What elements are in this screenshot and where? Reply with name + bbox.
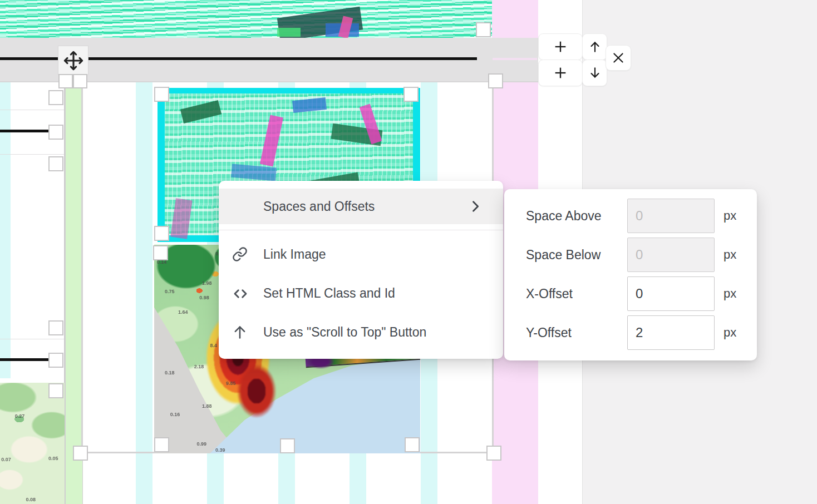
resize-handle[interactable] <box>48 90 63 105</box>
map-value-label: 0.39 <box>215 447 225 453</box>
resize-handle[interactable] <box>154 437 169 452</box>
context-menu: Spaces and Offsets Link Image Set HTML C… <box>219 181 503 359</box>
field-row-space-below: Space Below px <box>504 238 757 272</box>
y-offset-input[interactable] <box>627 315 715 350</box>
resize-handle[interactable] <box>48 383 63 398</box>
resize-handle[interactable] <box>58 74 73 88</box>
cyan-column-guide <box>136 81 152 504</box>
map-value-label: 9.85 <box>226 381 236 386</box>
plus-icon <box>553 39 568 55</box>
map-value-label: 8.4 <box>210 343 217 348</box>
menu-item-set-html-class[interactable]: Set HTML Class and Id <box>219 275 503 312</box>
map-value-label: 0.18 <box>165 370 175 375</box>
resize-handle[interactable] <box>476 22 491 37</box>
menu-item-link-image[interactable]: Link Image <box>219 236 503 273</box>
divider-line[interactable] <box>0 358 49 361</box>
map-value-label: 1.98 <box>202 280 212 286</box>
resize-handle[interactable] <box>153 245 168 260</box>
element-boundary-line <box>0 110 64 110</box>
map-value-label: 0.98 <box>199 295 209 300</box>
resize-handle[interactable] <box>486 446 501 461</box>
resize-handle[interactable] <box>488 73 503 88</box>
close-icon <box>611 51 626 65</box>
resize-handle[interactable] <box>48 125 63 140</box>
move-up-button[interactable] <box>583 34 607 60</box>
insert-above-button[interactable] <box>539 34 582 60</box>
move-down-button[interactable] <box>583 60 607 86</box>
element-boundary-line <box>0 154 64 155</box>
resize-handle[interactable] <box>154 226 169 241</box>
arrow-down-icon <box>588 66 602 80</box>
unit-label: px <box>724 248 736 262</box>
space-above-label: Space Above <box>526 209 602 224</box>
map-value-label: 0.08 <box>26 497 36 502</box>
x-offset-input[interactable] <box>627 276 715 311</box>
arrow-up-icon <box>232 324 248 340</box>
insert-below-button[interactable] <box>539 60 582 86</box>
resize-handle[interactable] <box>154 87 169 102</box>
space-above-input[interactable] <box>627 199 715 233</box>
field-row-x-offset: X-Offset px <box>504 276 757 311</box>
divider-line[interactable] <box>0 130 49 132</box>
menu-item-label: Use as "Scroll to Top" Button <box>263 325 426 340</box>
y-offset-label: Y-Offset <box>526 325 572 340</box>
map-value-label: 0.07 <box>1 457 11 462</box>
menu-item-spaces-and-offsets[interactable]: Spaces and Offsets <box>219 189 503 224</box>
divider-line-ghost <box>493 58 537 60</box>
menu-separator <box>219 230 503 230</box>
resize-handle[interactable] <box>403 87 419 102</box>
green-column-guide <box>65 81 83 504</box>
field-row-space-above: Space Above px <box>504 199 757 233</box>
resize-handle[interactable] <box>73 446 88 461</box>
move-icon <box>62 50 85 72</box>
resize-handle[interactable] <box>48 353 63 368</box>
offsets-panel: Space Above px Space Below px X-Offset p… <box>504 189 757 360</box>
code-icon <box>232 285 248 301</box>
resize-handle[interactable] <box>73 74 87 88</box>
move-handle[interactable] <box>58 46 88 75</box>
builder-canvas: 0.270.070.050.08 0.190.140.751.980.981.6… <box>0 0 817 504</box>
link-icon <box>232 246 248 262</box>
element-boundary-line <box>0 339 64 339</box>
map-value-label: 0.99 <box>196 441 206 447</box>
header-glitch-image[interactable] <box>0 0 492 38</box>
map-value-label: 0.27 <box>15 413 25 419</box>
map-value-label: 0.16 <box>170 412 180 417</box>
unit-label: px <box>724 209 736 223</box>
resize-handle[interactable] <box>280 438 295 453</box>
arrow-up-icon <box>588 39 602 54</box>
menu-item-label: Set HTML Class and Id <box>263 286 395 301</box>
space-below-input[interactable] <box>627 238 715 272</box>
resize-handle[interactable] <box>48 156 63 171</box>
field-row-y-offset: Y-Offset px <box>504 315 757 350</box>
plus-icon <box>553 65 568 81</box>
menu-item-label: Link Image <box>263 247 326 262</box>
map-value-label: 2.18 <box>194 364 204 369</box>
unit-label: px <box>724 286 736 301</box>
chevron-right-icon <box>467 199 483 214</box>
menu-item-scroll-to-top[interactable]: Use as "Scroll to Top" Button <box>219 314 503 350</box>
map-value-label: 1.64 <box>178 309 188 315</box>
left-precipitation-map-image[interactable]: 0.270.070.050.08 <box>0 383 65 504</box>
cyan-column-guide <box>0 81 11 378</box>
menu-item-label: Spaces and Offsets <box>263 199 375 214</box>
remove-button[interactable] <box>606 46 631 70</box>
x-offset-label: X-Offset <box>526 286 573 302</box>
map-value-label: 0.05 <box>48 456 58 461</box>
space-below-label: Space Below <box>526 248 601 263</box>
resize-handle[interactable] <box>48 320 63 335</box>
selection-border-left <box>81 81 83 453</box>
map-value-label: 1.88 <box>202 403 212 409</box>
unit-label: px <box>724 325 736 340</box>
map-value-label: 0.75 <box>165 289 175 294</box>
resize-handle[interactable] <box>405 437 420 452</box>
